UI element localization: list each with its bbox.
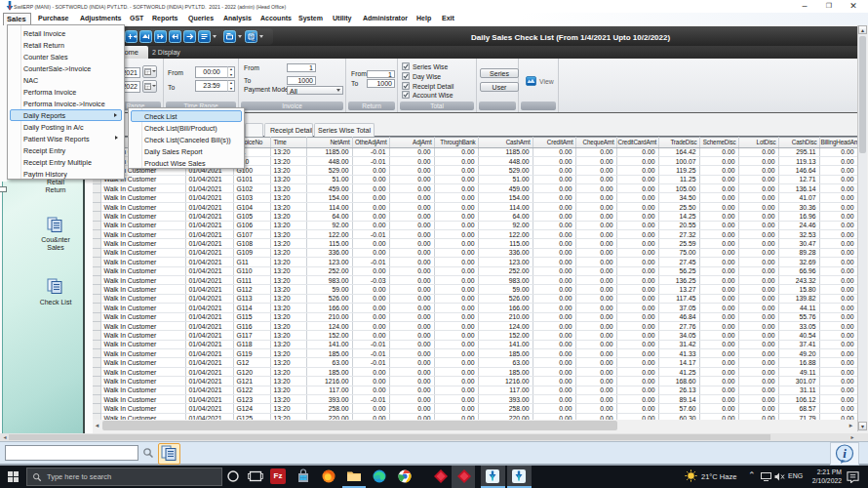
svg-text:i: i <box>843 446 847 461</box>
